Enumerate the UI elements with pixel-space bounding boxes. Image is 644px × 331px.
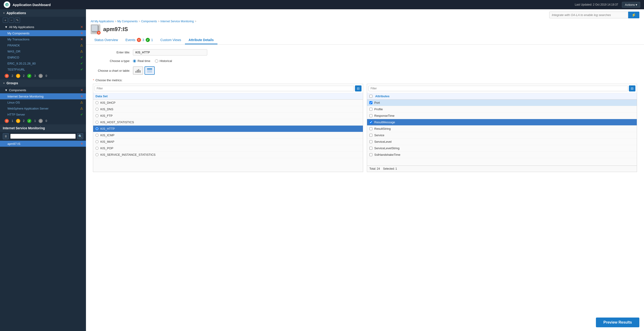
sidebar-item-apm97[interactable]: apm97:IS ✕	[0, 141, 86, 147]
attributes-select-all[interactable]	[370, 95, 372, 98]
preview-results-button[interactable]: Preview Results	[596, 318, 639, 327]
sidebar-item-eric[interactable]: ERIC_9.20.21.26_80 ✔	[0, 60, 86, 66]
log-search-input[interactable]	[549, 11, 628, 18]
tab-attribute-details[interactable]: Attribute Details	[185, 36, 218, 44]
comp-green-badge: ✔	[27, 119, 31, 123]
attributes-selected-count: Selected: 1	[383, 167, 397, 170]
sidebar-all-my-apps[interactable]: ▼ All My Applications ✕	[0, 24, 86, 30]
breadcrumb-ism[interactable]: Internet Service Monitoring	[160, 20, 194, 23]
attr-checkbox-port[interactable]	[370, 101, 372, 104]
table-button[interactable]	[144, 66, 155, 75]
dataset-list[interactable]: KIS_DHCP KIS_DNS KIS_FTP	[93, 100, 363, 172]
add-button[interactable]: +	[3, 18, 8, 23]
dataset-item-kis-icmp[interactable]: KIS_ICMP	[93, 132, 363, 139]
dataset-item-kis-host-stats[interactable]: KIS_HOST_STATISTICS	[93, 119, 363, 126]
dataset-item-kis-dns[interactable]: KIS_DNS	[93, 106, 363, 113]
sidebar-item-http-server[interactable]: HTTP Server ✔	[0, 111, 86, 117]
events-green-badge: ✔	[146, 38, 150, 42]
dataset-item-kis-ftp[interactable]: KIS_FTP	[93, 113, 363, 119]
sidebar-item-was-or[interactable]: WAS_OR ⚠	[0, 48, 86, 54]
remove-button[interactable]: −	[9, 18, 14, 23]
dataset-item-kis-dhcp[interactable]: KIS_DHCP	[93, 100, 363, 106]
type-radio-group: Real time Historical	[133, 59, 172, 63]
sidebar-item-my-components[interactable]: My Components ✕	[0, 30, 86, 36]
sidebar-item-testfvurl[interactable]: TESTFVURL ✔	[0, 66, 86, 72]
ism-pause-button[interactable]: ⏸	[3, 133, 9, 139]
attr-checkbox-result-message[interactable]	[370, 121, 372, 124]
dataset-item-kis-imap[interactable]: KIS_IMAP	[93, 139, 363, 145]
attr-checkbox-profile[interactable]	[370, 108, 372, 111]
tab-events[interactable]: Events ✕ 3 ✔ 1	[122, 36, 156, 44]
sidebar-applications-header[interactable]: ▼ Applications	[0, 9, 86, 17]
ism-search-button[interactable]: 🔍	[77, 133, 83, 139]
breadcrumb-my-components[interactable]: My Components	[117, 20, 138, 23]
dataset-radio-kis-icmp[interactable]	[96, 134, 98, 137]
attr-item-ssl-handshake-time[interactable]: SslHandshakeTime	[367, 152, 637, 158]
type-realtime-radio[interactable]	[133, 59, 136, 63]
dataset-radio-kis-service-instance[interactable]	[96, 153, 98, 156]
title-input[interactable]	[133, 49, 207, 55]
attr-item-result-message[interactable]: ResultMessage	[367, 119, 637, 126]
sidebar-item-linux-os[interactable]: Linux OS ⚠	[0, 99, 86, 105]
attr-checkbox-result-string[interactable]	[370, 127, 372, 130]
sidebar-item-enrico[interactable]: ENRICO ✔	[0, 54, 86, 60]
type-historical-radio[interactable]	[155, 59, 158, 63]
chart-buttons	[133, 66, 155, 75]
title-row: Enter title:	[93, 49, 637, 55]
dataset-radio-kis-host-stats[interactable]	[96, 121, 98, 124]
attr-checkbox-ssl-handshake-time[interactable]	[370, 153, 372, 156]
sidebar-item-websphere[interactable]: WebSphere Application Server ⚠	[0, 105, 86, 111]
sidebar-item-ism[interactable]: Internet Service Monitoring ✕	[0, 93, 86, 99]
attributes-list[interactable]: Port Profile ResponseTime	[367, 100, 637, 165]
dataset-radio-kis-dns[interactable]	[96, 108, 98, 111]
sidebar-ism-section-header[interactable]: Internet Service Monitoring	[0, 124, 86, 132]
attributes-filter-button[interactable]: ⊟	[629, 85, 636, 91]
chart-button[interactable]	[133, 66, 143, 75]
type-realtime-option[interactable]: Real time	[133, 59, 150, 63]
my-components-label: My Components	[8, 31, 80, 35]
attr-item-port[interactable]: Port	[367, 100, 637, 106]
sidebar-add-remove: + − ✎	[0, 17, 86, 24]
dataset-radio-kis-pop[interactable]	[96, 147, 98, 150]
actions-button[interactable]: Actions ▾	[622, 2, 640, 8]
chart-row: Choose a chart or table:	[93, 66, 637, 75]
dataset-radio-kis-http[interactable]	[96, 127, 98, 130]
attr-checkbox-service-level[interactable]	[370, 140, 372, 143]
breadcrumb-all-my-apps[interactable]: All My Applications	[90, 20, 114, 23]
edit-button[interactable]: ✎	[15, 18, 20, 23]
all-apps-diamond-badge: ◇	[38, 74, 43, 78]
comp-yellow-badge: ⚠	[16, 119, 20, 123]
dataset-item-kis-service-instance[interactable]: KIS_SERVICE_INSTANCE_STATISTICS	[93, 152, 363, 158]
dataset-item-kis-pop[interactable]: KIS_POP	[93, 145, 363, 152]
ism-search-input[interactable]	[10, 134, 76, 139]
attr-item-response-time[interactable]: ResponseTime	[367, 113, 637, 119]
type-historical-option[interactable]: Historical	[155, 59, 172, 63]
attr-item-result-string[interactable]: ResultString	[367, 126, 637, 132]
dataset-item-kis-http[interactable]: KIS_HTTP	[93, 126, 363, 132]
attributes-filter-input[interactable]	[368, 86, 628, 91]
ism-label: Internet Service Monitoring	[8, 95, 80, 98]
attr-item-service[interactable]: Service	[367, 132, 637, 139]
dataset-radio-kis-imap[interactable]	[96, 140, 98, 143]
attr-item-service-level[interactable]: ServiceLevel	[367, 139, 637, 145]
sidebar-item-franck[interactable]: FRANCK ⚠	[0, 42, 86, 48]
attr-checkbox-service-level-string[interactable]	[370, 147, 372, 150]
tab-custom-views[interactable]: Custom Views	[156, 36, 185, 44]
all-apps-diamond-count: 0	[46, 74, 47, 77]
dataset-radio-kis-dhcp[interactable]	[96, 101, 98, 104]
dataset-filter-input[interactable]	[94, 86, 354, 91]
breadcrumb-components[interactable]: Components	[141, 20, 157, 23]
sidebar-components-header[interactable]: ▼ Components ✕	[0, 87, 86, 93]
attr-item-service-level-string[interactable]: ServiceLevelString	[367, 145, 637, 152]
log-search-button[interactable]: ⚡	[628, 11, 639, 18]
my-components-status-icon: ✕	[80, 31, 83, 35]
dataset-radio-kis-ftp[interactable]	[96, 114, 98, 117]
tab-status-overview[interactable]: Status Overview	[90, 36, 122, 44]
sidebar-groups-header[interactable]: ▼ Groups	[0, 79, 86, 87]
sidebar-item-my-transactions[interactable]: My Transactions ✕	[0, 36, 86, 42]
dataset-filter-button[interactable]: ⊟	[355, 85, 362, 91]
websphere-label: WebSphere Application Server	[8, 107, 80, 110]
attr-checkbox-service[interactable]	[370, 134, 372, 137]
attr-checkbox-response-time[interactable]	[370, 114, 372, 117]
attr-item-profile[interactable]: Profile	[367, 106, 637, 113]
